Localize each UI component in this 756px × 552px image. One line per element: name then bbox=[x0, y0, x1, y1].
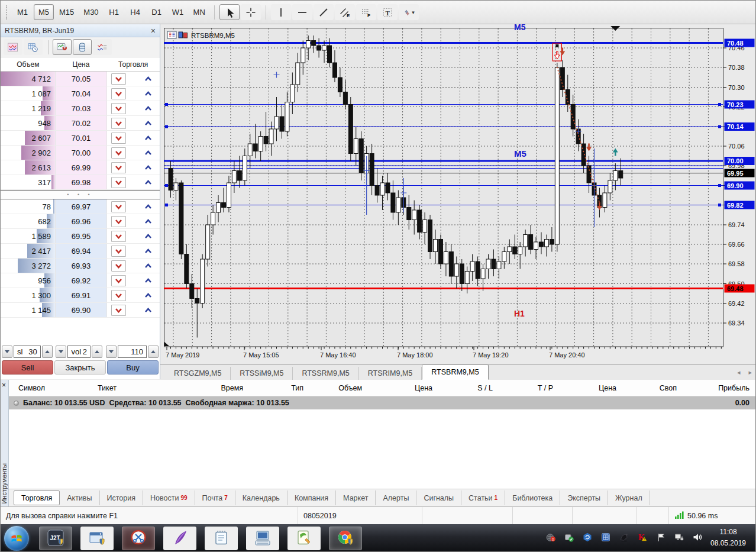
taskbar-app-notepad-plus[interactable] bbox=[287, 527, 321, 550]
dom-sell-chip[interactable] bbox=[111, 275, 126, 286]
dom-buy-chip[interactable] bbox=[141, 290, 156, 301]
stepper-decrease-button[interactable] bbox=[56, 346, 66, 358]
timeframe-button-m15[interactable]: M15 bbox=[55, 4, 78, 20]
orders-history-icon-button[interactable] bbox=[24, 39, 43, 55]
dom-buy-chip[interactable] bbox=[141, 73, 156, 85]
dom-sell-chip[interactable] bbox=[111, 103, 126, 114]
dom-price-cell[interactable]: 69.96 bbox=[56, 214, 107, 228]
tray-flag-icon[interactable] bbox=[656, 532, 665, 544]
dom-price-cell[interactable]: 69.95 bbox=[56, 229, 107, 243]
toolbox-tab-торговля[interactable]: Торговля bbox=[14, 490, 60, 505]
toolbar-drag-handle[interactable] bbox=[6, 5, 9, 20]
magnet-icon-button[interactable] bbox=[53, 39, 72, 55]
dom-price-cell[interactable]: 69.94 bbox=[56, 244, 107, 258]
chart-tab-rtsbrm9m5[interactable]: RTSBRM9,M5 bbox=[422, 364, 488, 380]
dom-price-cell[interactable]: 70.01 bbox=[56, 131, 107, 145]
cursor-tool-button[interactable] bbox=[219, 4, 240, 20]
chart-tab-rtssim9m5[interactable]: RTSSiM9,M5 bbox=[231, 367, 293, 380]
tray-app-blue-icon[interactable] bbox=[601, 532, 610, 544]
chart-tab-rtsrim9m5[interactable]: RTSRIM9,M5 bbox=[359, 367, 422, 380]
tray-volume-icon[interactable] bbox=[693, 532, 702, 544]
stepper-increase-button[interactable] bbox=[148, 346, 159, 358]
dom-buy-chip[interactable] bbox=[141, 260, 156, 272]
crosshair-tool-button[interactable] bbox=[241, 4, 261, 20]
market-depth-icon-button[interactable] bbox=[73, 39, 92, 55]
dom-price-cell[interactable]: 69.93 bbox=[56, 259, 107, 273]
dom-sell-chip[interactable] bbox=[111, 177, 126, 188]
dom-buy-chip[interactable] bbox=[141, 147, 156, 159]
dom-buy-chip[interactable] bbox=[141, 231, 156, 242]
dom-close-icon[interactable]: × bbox=[151, 27, 156, 35]
timeframe-button-m5[interactable]: M5 bbox=[34, 4, 54, 20]
dom-buy-chip[interactable] bbox=[141, 118, 156, 129]
tray-network-plug-icon[interactable] bbox=[674, 532, 684, 544]
timeframe-button-w1[interactable]: W1 bbox=[168, 4, 188, 20]
dom-sell-chip[interactable] bbox=[111, 162, 126, 173]
tick-chart-icon-button[interactable] bbox=[4, 39, 22, 55]
dom-buy-chip[interactable] bbox=[141, 216, 156, 227]
chart-tab-rtssrm9m5[interactable]: RTSSRM9,M5 bbox=[293, 367, 358, 380]
taskbar-app-feather-app[interactable] bbox=[163, 527, 196, 550]
timeframe-button-mn[interactable]: MN bbox=[189, 4, 209, 20]
stepper-decrease-button[interactable] bbox=[2, 346, 12, 358]
arrows-dropdown-tool-button[interactable]: ▾ bbox=[399, 4, 419, 20]
vertical-line-tool-button[interactable] bbox=[271, 4, 291, 20]
scroll-right-icon[interactable]: ▸ bbox=[748, 369, 752, 376]
dom-buy-chip[interactable] bbox=[141, 246, 156, 257]
dom-sell-chip[interactable] bbox=[111, 260, 126, 272]
stepper-value-box[interactable]: vol2 bbox=[67, 346, 91, 358]
fibonacci-tool-button[interactable]: F bbox=[356, 4, 376, 20]
chart-pane[interactable]: M5M5H1RTSBRM9,M570.4670.3870.3070.2270.1… bbox=[160, 24, 756, 364]
tray-sync-icon[interactable] bbox=[583, 532, 592, 544]
toolbox-tab-календарь[interactable]: Календарь bbox=[235, 490, 287, 505]
dom-buy-chip[interactable] bbox=[141, 103, 156, 114]
equidistant-channel-tool-button[interactable]: E bbox=[335, 4, 355, 20]
dom-buy-chip[interactable] bbox=[141, 88, 156, 99]
sell-button[interactable]: Sell bbox=[2, 360, 53, 375]
toolbox-close-icon[interactable]: × bbox=[2, 382, 6, 389]
dom-buy-chip[interactable] bbox=[141, 275, 156, 286]
dom-price-cell[interactable]: 70.02 bbox=[56, 116, 107, 130]
dom-sell-chip[interactable] bbox=[111, 231, 126, 242]
timeframe-button-m30[interactable]: M30 bbox=[79, 4, 102, 20]
stepper-increase-button[interactable] bbox=[42, 346, 53, 358]
buy-button[interactable]: Buy bbox=[107, 360, 159, 375]
dom-price-cell[interactable]: 69.97 bbox=[56, 199, 107, 214]
dom-sell-chip[interactable] bbox=[111, 246, 126, 257]
timeframe-button-d1[interactable]: D1 bbox=[147, 4, 167, 20]
price-chart[interactable]: M5M5H1RTSBRM9,M570.4670.3870.3070.2270.1… bbox=[160, 24, 756, 364]
close-button[interactable]: Закрыть bbox=[54, 360, 106, 375]
toolbox-tab-почта[interactable]: Почта7 bbox=[195, 490, 235, 505]
timeframe-button-h1[interactable]: H1 bbox=[104, 4, 124, 20]
dom-price-cell[interactable]: 69.99 bbox=[56, 160, 107, 175]
horizontal-line-tool-button[interactable] bbox=[292, 4, 312, 20]
dom-spread-separator[interactable]: • • • bbox=[1, 190, 160, 199]
dom-price-cell[interactable]: 69.90 bbox=[56, 303, 107, 317]
timeframe-button-m1[interactable]: M1 bbox=[12, 4, 33, 20]
tray-network-alert-icon[interactable]: ! bbox=[546, 532, 555, 544]
stepper-decrease-button[interactable] bbox=[106, 346, 117, 358]
dom-sell-chip[interactable] bbox=[111, 147, 126, 159]
toolbox-tab-сигналы[interactable]: Сигналы bbox=[416, 490, 461, 505]
dom-price-cell[interactable]: 70.00 bbox=[56, 146, 107, 160]
dom-sell-chip[interactable] bbox=[111, 133, 126, 144]
dom-buy-chip[interactable] bbox=[141, 177, 156, 188]
dom-price-cell[interactable]: 70.05 bbox=[56, 72, 107, 86]
dom-buy-chip[interactable] bbox=[141, 201, 156, 212]
dom-sell-chip[interactable] bbox=[111, 290, 126, 301]
dom-price-cell[interactable]: 70.03 bbox=[56, 101, 107, 115]
taskbar-app-j2t[interactable]: J2T bbox=[39, 527, 72, 550]
stepper-value-box[interactable]: 110 bbox=[118, 346, 147, 358]
dom-price-cell[interactable]: 69.92 bbox=[56, 273, 107, 288]
taskbar-app-snipping-tool[interactable] bbox=[122, 527, 155, 550]
dom-sell-chip[interactable] bbox=[111, 118, 126, 129]
dom-sell-chip[interactable] bbox=[111, 201, 126, 212]
stepper-value-box[interactable]: sl30 bbox=[14, 346, 41, 358]
toolbox-tab-история[interactable]: История bbox=[100, 490, 143, 505]
start-button[interactable] bbox=[4, 526, 29, 551]
dom-price-cell[interactable]: 69.98 bbox=[56, 175, 107, 189]
taskbar-app-chrome[interactable] bbox=[329, 527, 362, 550]
toolbox-tab-новости[interactable]: Новости99 bbox=[143, 490, 195, 505]
toolbox-tab-алерты[interactable]: Алерты bbox=[376, 490, 416, 505]
time-and-sales-icon-button[interactable] bbox=[93, 39, 112, 55]
